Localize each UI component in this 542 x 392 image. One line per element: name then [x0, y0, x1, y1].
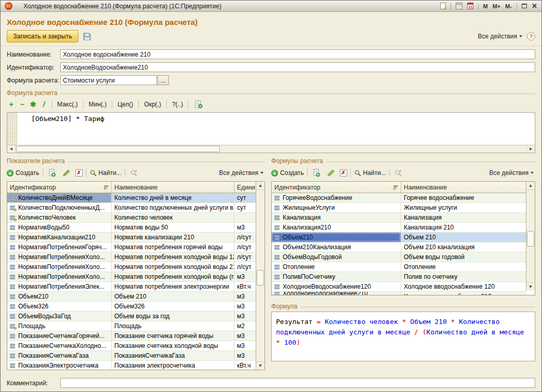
table-row[interactable]: Объем210Объем 210м3: [7, 292, 256, 302]
formulas-all-actions-button[interactable]: Все действия: [488, 169, 535, 177]
create-button[interactable]: + Создать: [7, 169, 39, 177]
find-button[interactable]: Найти...: [354, 169, 386, 177]
divide-operator-button[interactable]: /: [41, 100, 47, 109]
table-row[interactable]: НормативПотребленияХоло...Норматив потре…: [7, 252, 256, 262]
scrollbar-thumb[interactable]: [16, 146, 220, 152]
conditional-function-button[interactable]: ?(..): [171, 101, 184, 108]
scroll-right-icon[interactable]: [526, 145, 535, 153]
parameter-icon: [274, 245, 280, 250]
identifier-input[interactable]: [60, 62, 535, 72]
comment-input[interactable]: [60, 378, 535, 388]
formulas-caption: Формулы расчета: [271, 157, 323, 165]
maximize-icon[interactable]: [522, 4, 527, 8]
table-row[interactable]: ГорячееВодоснабжениеГорячее водоснабжени…: [272, 193, 526, 203]
table-row[interactable]: ХолодноеВодоснабжение210Холодное водосна…: [272, 292, 526, 295]
table-row[interactable]: ПоказанияСчетчикаГазаПоказанияСчетчикаГа…: [7, 351, 256, 361]
table-row[interactable]: НормативПотребленияХоло...Норматив потре…: [7, 262, 256, 272]
table-row[interactable]: ХолодноеВводоснабжение120Холодное вводос…: [272, 282, 526, 292]
table-row[interactable]: ПоказаниеСчетчикаГорячей...Показание сче…: [7, 331, 256, 341]
table-row[interactable]: КанализацияКанализация: [272, 213, 526, 223]
table-row[interactable]: Объем210КанализацияОбъем 210 канализация: [272, 242, 526, 252]
horizontal-scrollbar[interactable]: [7, 145, 535, 153]
table-row[interactable]: ОбъемВодыГодовойОбъем воды годовой: [272, 252, 526, 262]
cell-name: Количество дней в месяце: [111, 193, 234, 202]
table-row[interactable]: КоличествоПодключенныхД...Количество под…: [7, 203, 256, 213]
table-row[interactable]: НормативПотребленияГоряч...Норматив потр…: [7, 242, 256, 252]
vertical-scrollbar[interactable]: [526, 182, 535, 291]
formula-type-input[interactable]: [60, 75, 157, 85]
table-row[interactable]: КоличествоДнейВМесяцеКоличество дней в м…: [7, 193, 256, 203]
minus-operator-button[interactable]: −: [19, 100, 25, 109]
scroll-down-icon[interactable]: [526, 282, 535, 291]
delete-icon[interactable]: ✗: [75, 169, 83, 177]
name-input[interactable]: [60, 49, 535, 59]
table-row[interactable]: НормативПотребленияХоло...Норматив потре…: [7, 272, 256, 282]
formula-editor-text[interactable]: [Объем210] * Тариф: [18, 115, 534, 123]
memory-minus-button[interactable]: M-: [505, 3, 512, 9]
indicators-all-actions-button[interactable]: Все действия: [218, 169, 265, 177]
plus-operator-button[interactable]: +: [8, 100, 15, 109]
table-row[interactable]: НормативВоды50Норматив воды 50м3: [7, 223, 256, 233]
column-header-identifier[interactable]: Идентификатор: [272, 182, 401, 193]
table-row[interactable]: Объем210Объем 210: [272, 233, 526, 242]
vertical-scrollbar[interactable]: [256, 182, 265, 370]
edit-pencil-icon[interactable]: [325, 167, 337, 179]
max-function-button[interactable]: Макс(,): [56, 101, 79, 108]
create-button[interactable]: + Создать: [271, 169, 304, 177]
cell-unit: [234, 213, 256, 222]
formula-token: Количество дней в месяце: [427, 328, 524, 336]
parameter-icon: [10, 245, 16, 250]
all-actions-button[interactable]: Все действия: [477, 33, 524, 40]
int-function-button[interactable]: Цел(): [116, 101, 134, 108]
calculator-icon[interactable]: [456, 3, 462, 9]
table-row[interactable]: НормативПотребленияЭлек...Норматив потре…: [7, 282, 256, 292]
table-row[interactable]: КоличествоЧеловекКоличество человек: [7, 213, 256, 223]
multiply-operator-button[interactable]: ✱: [30, 100, 36, 109]
copy-icon[interactable]: [46, 167, 58, 179]
scroll-left-icon[interactable]: [7, 145, 16, 153]
choose-button[interactable]: ...: [157, 75, 169, 85]
scroll-down-icon[interactable]: [256, 361, 265, 370]
edit-pencil-icon[interactable]: [61, 167, 72, 179]
save-icon[interactable]: [82, 31, 93, 42]
cell-identifier: Канализация210: [283, 223, 331, 232]
scroll-up-icon[interactable]: [256, 182, 265, 190]
memory-button[interactable]: M: [483, 3, 488, 9]
table-row[interactable]: ПоливПоСчетчикуПолив по счетчику: [272, 272, 526, 282]
scrollbar-thumb[interactable]: [527, 231, 534, 247]
memory-plus-button[interactable]: M+: [493, 3, 501, 9]
table-row[interactable]: ПоказаниеСчетчикаХолодно...Показание сче…: [7, 341, 256, 351]
calendar-icon[interactable]: [467, 3, 473, 9]
table-row[interactable]: Канализация210Канализация 210: [272, 223, 526, 233]
column-header-name[interactable]: Наименование: [401, 182, 526, 193]
close-icon[interactable]: ✕: [532, 3, 537, 9]
table-row[interactable]: НормативКанализации210Норматив канализац…: [7, 233, 256, 242]
table-row[interactable]: ОбъемВодыЗаГодОбъем воды за годм3: [7, 312, 256, 321]
delete-icon[interactable]: ✗: [340, 169, 347, 177]
column-header-unit[interactable]: Едини...: [234, 182, 256, 193]
table-row[interactable]: Объем326Объем326м3: [7, 302, 256, 312]
help-button[interactable]: ?: [527, 32, 535, 40]
min-function-button[interactable]: Мин(,): [88, 101, 108, 108]
copy-icon[interactable]: [311, 167, 322, 179]
table-row[interactable]: ОтоплениеОтопление: [272, 262, 526, 272]
table-row[interactable]: ЖилищныеУслугиЖилищные услуги: [272, 203, 526, 213]
table-row[interactable]: ПоказанияЭлектросчетчикаПоказания электр…: [7, 361, 256, 370]
scrollbar-thumb[interactable]: [257, 270, 264, 286]
parameter-icon: [274, 285, 280, 289]
favorites-icon[interactable]: [440, 3, 446, 9]
scroll-up-icon[interactable]: [526, 182, 535, 190]
save-and-close-button[interactable]: Записать и закрыть: [7, 30, 78, 43]
table-row[interactable]: ПлощадьПлощадьм2: [7, 321, 256, 331]
name-label: Наименование:: [7, 51, 60, 58]
column-header-identifier[interactable]: Идентификатор: [7, 182, 111, 193]
round-function-button[interactable]: Окр(,): [143, 101, 162, 108]
clear-search-icon[interactable]: [128, 167, 140, 179]
clear-search-icon[interactable]: [393, 167, 404, 179]
cell-name: Норматив воды 50: [111, 223, 234, 232]
check-formula-icon[interactable]: [193, 99, 204, 110]
formula-editor[interactable]: [Объем210] * Тариф: [7, 112, 535, 153]
cell-name: Объем воды годовой: [401, 252, 526, 262]
find-button[interactable]: Найти...: [89, 169, 122, 177]
column-header-name[interactable]: Наименование: [111, 182, 234, 193]
